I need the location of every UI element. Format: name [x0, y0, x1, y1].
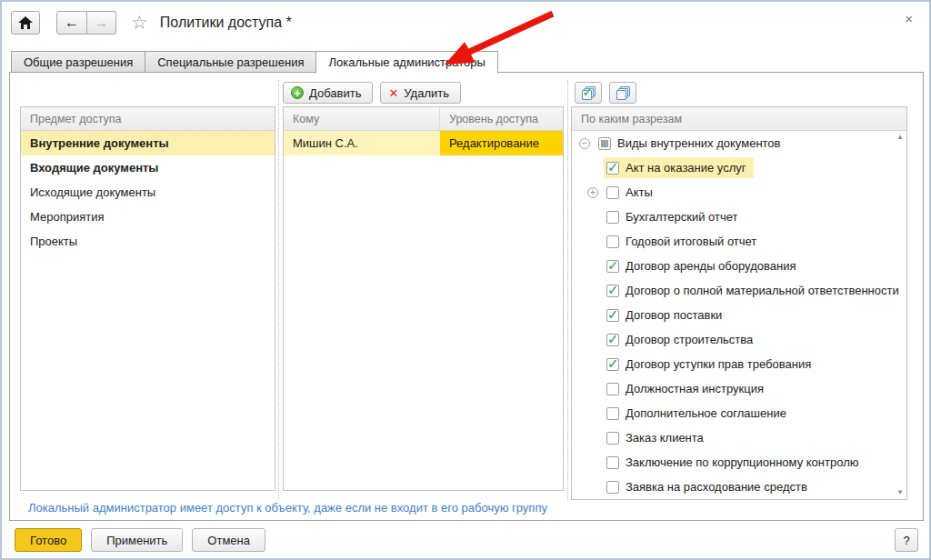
- tree-item-row[interactable]: Договор поставки: [572, 303, 906, 327]
- tree-item-row[interactable]: Договор о полной материальной ответствен…: [572, 278, 906, 303]
- checkbox-empty[interactable]: [606, 211, 619, 224]
- tree-item-row[interactable]: Договор аренды оборудования: [572, 254, 906, 278]
- sections-header: По каким разрезам: [572, 107, 906, 131]
- tab-bar: Общие разрешенияСпециальные разрешенияЛо…: [11, 51, 498, 73]
- tab-general[interactable]: Общие разрешения: [11, 51, 145, 73]
- checkbox-empty[interactable]: [606, 186, 619, 199]
- clear-all-marks-icon: [616, 86, 630, 100]
- tree-item-label: Должностная инструкция: [626, 382, 764, 395]
- close-icon[interactable]: ×: [905, 11, 913, 26]
- tab-special[interactable]: Специальные разрешения: [145, 51, 315, 73]
- permission-level-cell[interactable]: Редактирование: [440, 131, 563, 155]
- tree-item-label: Договор уступки прав требования: [626, 357, 811, 371]
- cancel-button[interactable]: Отмена: [192, 528, 265, 552]
- tree-item-label: Виды внутренних документов: [617, 136, 781, 150]
- main-toolbar: ← → ☆ Политики доступа *: [11, 9, 292, 36]
- tree-item-row[interactable]: +Акты: [572, 180, 906, 205]
- clear-all-marks-button[interactable]: [609, 82, 636, 104]
- tree-item-row[interactable]: Бухгалтерский отчет: [572, 205, 906, 229]
- tree-item-label: Заключение по коррупционному контролю: [626, 455, 858, 469]
- tree-item-label: Договор о полной материальной ответствен…: [626, 284, 899, 297]
- permissions-table-header: Кому Уровень доступа: [284, 107, 563, 131]
- checkbox-empty[interactable]: [606, 407, 619, 420]
- delete-icon: ✕: [388, 86, 398, 100]
- delete-button[interactable]: ✕ Удалить: [380, 82, 461, 104]
- tree-item-row[interactable]: Дополнительное соглашение: [572, 401, 906, 425]
- add-icon: +: [291, 86, 304, 99]
- tree-item-row[interactable]: Заявка на расходование средств: [572, 475, 906, 499]
- tree-item-content: Акт на оказание услуг: [604, 157, 754, 178]
- checkbox-checked[interactable]: [606, 358, 619, 371]
- sections-toolbar: ✓: [575, 82, 636, 104]
- permissions-panel: Кому Уровень доступа Мишин С.А.Редактиро…: [283, 106, 564, 491]
- scroll-up-icon[interactable]: ▲: [896, 134, 904, 141]
- access-subject-row[interactable]: Проекты: [21, 229, 275, 254]
- checkbox-empty[interactable]: [606, 383, 619, 395]
- access-subject-row[interactable]: Внутренние документы: [21, 131, 275, 155]
- column-who[interactable]: Кому: [284, 107, 440, 130]
- tree-item-row[interactable]: Договор строительства: [572, 327, 906, 352]
- tree-item-content: Годовой итоговый отчет: [604, 231, 764, 252]
- tree-item-row[interactable]: Акт на оказание услуг: [572, 155, 906, 180]
- tree-root-row[interactable]: −Виды внутренних документов: [572, 131, 906, 155]
- checkbox-checked[interactable]: [606, 260, 619, 273]
- checkbox-checked[interactable]: [606, 309, 619, 322]
- checkbox-empty[interactable]: [606, 481, 619, 494]
- checkbox-empty[interactable]: [606, 456, 619, 469]
- access-subject-row[interactable]: Входящие документы: [21, 155, 275, 180]
- tree-item-content: Договор о полной материальной ответствен…: [604, 280, 906, 301]
- checkbox-empty[interactable]: [606, 235, 619, 248]
- tree-item-row[interactable]: Договор уступки прав требования: [572, 352, 906, 376]
- forward-button[interactable]: →: [87, 11, 116, 35]
- help-button[interactable]: ?: [895, 528, 918, 552]
- checkbox-empty[interactable]: [606, 432, 619, 445]
- back-button[interactable]: ←: [56, 11, 87, 35]
- access-subject-list-body: Внутренние документыВходящие документыИс…: [21, 131, 275, 254]
- scroll-down-icon[interactable]: ▼: [896, 489, 904, 496]
- splitter-left[interactable]: [278, 80, 279, 500]
- tree-item-row[interactable]: Должностная инструкция: [572, 376, 906, 401]
- apply-button[interactable]: Применить: [91, 528, 183, 552]
- expand-icon[interactable]: +: [587, 187, 598, 198]
- add-button-label: Добавить: [309, 86, 361, 100]
- tree-item-row[interactable]: Заказ клиента: [572, 425, 906, 450]
- checkbox-checked[interactable]: [606, 334, 619, 346]
- add-button[interactable]: + Добавить: [283, 82, 373, 104]
- permission-who-cell[interactable]: Мишин С.А.: [284, 131, 440, 155]
- tree-item-content: Заказ клиента: [604, 427, 711, 448]
- column-access-level[interactable]: Уровень доступа: [440, 107, 563, 130]
- access-subject-row[interactable]: Мероприятия: [21, 205, 275, 229]
- tree-item-content: Заключение по коррупционному контролю: [604, 452, 866, 473]
- splitter-right[interactable]: [567, 80, 568, 500]
- access-subject-header: Предмет доступа: [21, 107, 275, 131]
- sections-panel: По каким разрезам −Виды внутренних докум…: [571, 106, 907, 500]
- tree-item-label: Заказ клиента: [626, 431, 704, 445]
- tree-item-content: Бухгалтерский отчет: [604, 206, 746, 227]
- access-policies-window: { "window": { "title": "Политики доступа…: [0, 0, 931, 560]
- tree-item-row[interactable]: Заключение по коррупционному контролю: [572, 450, 906, 475]
- access-subject-row[interactable]: Исходящие документы: [21, 180, 275, 205]
- sections-scrollbar[interactable]: ▲ ▼: [895, 132, 906, 498]
- tab-local[interactable]: Локальные администраторы: [315, 51, 497, 74]
- tree-item-content: Договор поставки: [604, 305, 729, 325]
- info-text: Локальный администратор имеет доступ к о…: [28, 501, 547, 515]
- tab-content: Предмет доступа Внутренние документыВход…: [9, 72, 924, 521]
- tree-item-content: Дополнительное соглашение: [604, 403, 794, 424]
- set-all-marks-button[interactable]: ✓: [575, 82, 602, 104]
- tree-item-label: Годовой итоговый отчет: [626, 235, 756, 248]
- back-icon: ←: [65, 15, 79, 30]
- done-button[interactable]: Готово: [15, 528, 82, 552]
- tree-item-row[interactable]: Годовой итоговый отчет: [572, 229, 906, 254]
- checkbox-checked[interactable]: [606, 285, 619, 297]
- tree-item-content: Виды внутренних документов: [596, 133, 788, 154]
- tree-item-label: Акты: [626, 185, 653, 199]
- home-button[interactable]: [11, 11, 40, 35]
- tree-item-label: Заявка на расходование средств: [626, 480, 807, 494]
- tree-item-content: Заявка на расходование средств: [604, 476, 815, 497]
- checkbox-checked[interactable]: [606, 162, 619, 175]
- checkbox-partial[interactable]: [598, 137, 611, 150]
- forward-icon: →: [95, 15, 109, 30]
- permission-row[interactable]: Мишин С.А.Редактирование: [284, 131, 563, 155]
- favorite-star-icon[interactable]: ☆: [131, 12, 148, 34]
- collapse-icon[interactable]: −: [579, 138, 590, 149]
